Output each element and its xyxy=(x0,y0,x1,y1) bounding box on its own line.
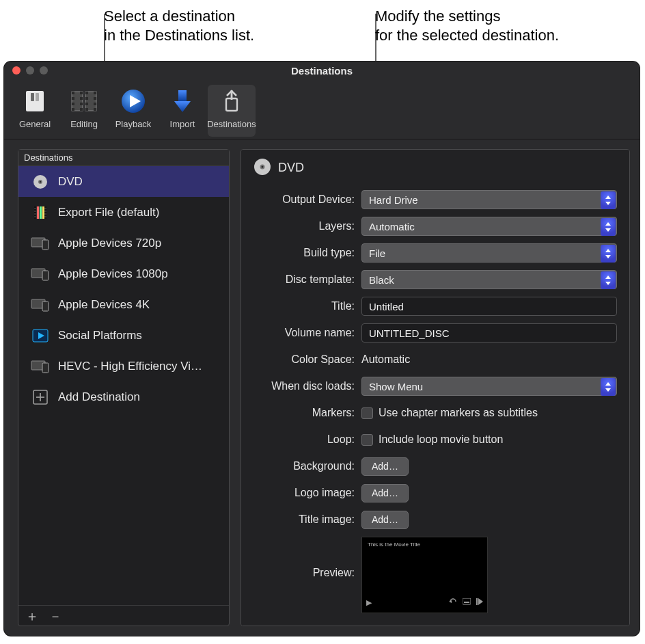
svg-marker-68 xyxy=(605,276,611,279)
markers-checkbox[interactable] xyxy=(361,407,373,419)
callout-left: Select a destination in the Destinations… xyxy=(104,7,350,45)
layers-select[interactable]: Automatic xyxy=(361,217,617,236)
film-icon xyxy=(31,204,50,221)
toolbar-playback-label: Playback xyxy=(115,119,152,129)
toolbar-playback[interactable]: Playback xyxy=(109,85,157,137)
svg-rect-41 xyxy=(44,206,46,208)
sidebar-item-ad-1080[interactable]: Apple Devices 1080p xyxy=(18,258,229,289)
disc-template-select[interactable]: Black xyxy=(361,270,617,289)
svg-rect-17 xyxy=(85,103,88,105)
sidebar-item-label: Social Platforms xyxy=(58,329,142,343)
svg-rect-16 xyxy=(85,97,88,100)
callouts: Select a destination in the Destinations… xyxy=(0,0,645,55)
toolbar-destinations[interactable]: Destinations xyxy=(208,85,256,137)
background-add-button[interactable]: Add… xyxy=(361,457,409,476)
remove-destination-button[interactable]: － xyxy=(49,609,62,623)
sidebar-item-label: Apple Devices 720p xyxy=(58,237,161,250)
svg-marker-69 xyxy=(605,282,611,285)
background-label: Background: xyxy=(253,460,361,472)
loop-text: Include loop movie button xyxy=(379,433,503,446)
chevron-updown-icon xyxy=(601,191,616,209)
titlebar: Destinations xyxy=(4,62,640,79)
destinations-icon xyxy=(218,88,245,115)
svg-rect-38 xyxy=(34,212,36,213)
add-destination-button[interactable]: ＋ xyxy=(25,609,39,623)
volume-name-label: Volume name: xyxy=(253,327,361,339)
title-input[interactable] xyxy=(361,297,617,316)
svg-marker-70 xyxy=(605,382,611,386)
sidebar-item-label: DVD xyxy=(58,175,83,189)
color-space-label: Color Space: xyxy=(253,353,361,366)
toolbar: General xyxy=(4,79,640,139)
sidebar-item-add-destination[interactable]: Add Destination xyxy=(18,381,229,412)
svg-rect-11 xyxy=(80,92,83,94)
devices-icon xyxy=(31,297,50,313)
build-type-value: File xyxy=(369,247,385,259)
svg-rect-40 xyxy=(34,217,36,219)
sidebar-item-hevc[interactable]: HEVC - High Efficiency Vi… xyxy=(18,351,229,381)
loop-checkbox[interactable] xyxy=(361,434,373,446)
volume-name-input[interactable] xyxy=(361,323,617,343)
svg-rect-5 xyxy=(72,92,83,111)
toolbar-editing-label: Editing xyxy=(70,119,98,129)
svg-marker-71 xyxy=(605,388,611,392)
detail-panel: DVD Output Device: Hard Drive Layers: xyxy=(241,149,630,626)
toolbar-editing[interactable]: Editing xyxy=(60,85,108,137)
svg-marker-76 xyxy=(478,598,483,605)
svg-rect-4 xyxy=(36,93,39,101)
preview-chapter-icon xyxy=(476,598,483,606)
svg-rect-20 xyxy=(94,97,96,100)
logo-image-add-button[interactable]: Add… xyxy=(361,484,409,502)
svg-rect-47 xyxy=(42,240,49,250)
callout-right: Modify the settings for the selected des… xyxy=(375,7,635,45)
preview-subtitle-icon xyxy=(463,598,471,606)
svg-rect-49 xyxy=(42,271,49,280)
when-disc-loads-value: Show Menu xyxy=(369,381,423,392)
sidebar-item-ad-720[interactable]: Apple Devices 720p xyxy=(18,228,229,258)
toolbar-import[interactable]: Import xyxy=(159,85,206,137)
svg-rect-3 xyxy=(31,93,34,101)
svg-rect-6 xyxy=(85,92,96,111)
sidebar-item-export-file[interactable]: Export File (default) xyxy=(18,197,229,228)
svg-rect-34 xyxy=(40,206,42,219)
svg-marker-62 xyxy=(605,196,611,199)
sidebar-item-label: Export File (default) xyxy=(58,206,159,219)
title-image-add-button[interactable]: Add… xyxy=(361,511,409,529)
build-type-select[interactable]: File xyxy=(361,243,617,263)
destinations-sidebar: Destinations DVD xyxy=(18,149,230,626)
disc-icon xyxy=(31,174,50,190)
sidebar-item-social[interactable]: Social Platforms xyxy=(18,320,229,351)
layers-label: Layers: xyxy=(253,220,361,232)
svg-rect-37 xyxy=(34,209,36,211)
color-space-value: Automatic xyxy=(361,353,410,365)
svg-rect-36 xyxy=(34,206,36,208)
svg-rect-21 xyxy=(94,103,96,105)
import-icon xyxy=(169,88,196,115)
chevron-updown-icon xyxy=(601,271,616,289)
detail-title: DVD xyxy=(278,161,304,175)
chevron-updown-icon xyxy=(601,378,616,396)
svg-marker-66 xyxy=(605,249,611,252)
svg-rect-14 xyxy=(80,108,83,111)
when-disc-loads-select[interactable]: Show Menu xyxy=(361,377,617,396)
svg-rect-74 xyxy=(464,602,469,603)
output-device-select[interactable]: Hard Drive xyxy=(361,190,617,209)
build-type-label: Build type: xyxy=(253,247,361,259)
toolbar-general[interactable]: General xyxy=(11,85,59,137)
sidebar-item-ad-4k[interactable]: Apple Devices 4K xyxy=(18,289,229,320)
svg-rect-39 xyxy=(34,215,36,216)
preview-thumbnail: This is the Movie Title ▶ xyxy=(361,537,488,613)
devices-icon xyxy=(31,358,50,375)
toolbar-general-label: General xyxy=(19,119,51,129)
svg-marker-64 xyxy=(605,222,611,226)
svg-rect-8 xyxy=(72,97,74,100)
svg-rect-9 xyxy=(72,103,74,105)
svg-rect-25 xyxy=(178,90,187,101)
disc-icon xyxy=(253,158,271,178)
title-label: Title: xyxy=(253,300,361,312)
content-area: Destinations DVD xyxy=(4,139,640,636)
toolbar-import-label: Import xyxy=(170,119,195,129)
svg-rect-10 xyxy=(72,108,74,111)
sidebar-item-dvd[interactable]: DVD xyxy=(18,166,229,197)
playback-icon xyxy=(120,88,147,115)
